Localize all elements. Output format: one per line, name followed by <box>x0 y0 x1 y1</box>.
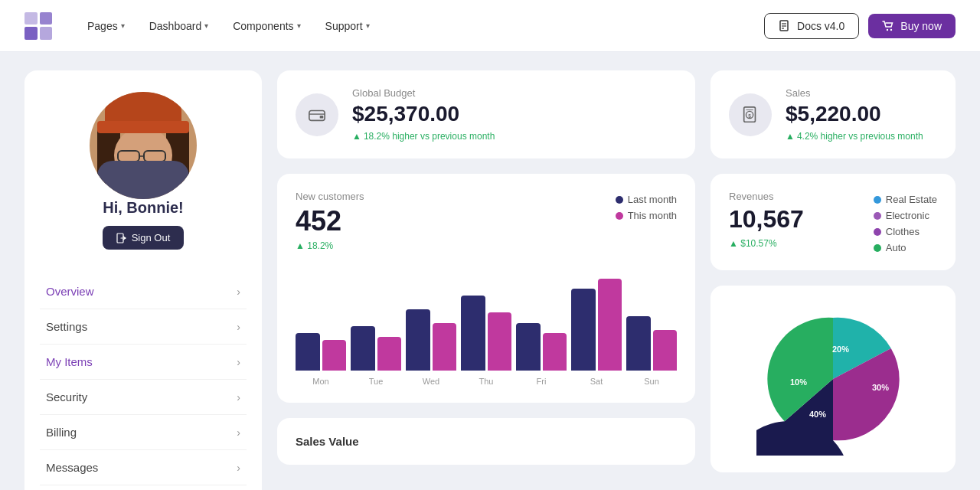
hat-brim <box>97 121 189 133</box>
sidebar-item-security[interactable]: Security › <box>40 380 247 415</box>
nav-components[interactable]: Components ▾ <box>222 14 311 38</box>
sidebar-item-settings[interactable]: Settings › <box>40 309 247 345</box>
bar-chart-container: MonTueWedThuFriSatSun <box>296 263 677 386</box>
right-column: $ Sales $5,220.00 ▲ 4.2% higher vs previ… <box>710 70 956 472</box>
sidebar-item-overview[interactable]: Overview › <box>40 274 247 309</box>
budget-icon-circle <box>296 93 338 136</box>
pie-chart-card: 20% 30% 40% 10% <box>710 286 956 472</box>
chevron-right-icon: › <box>237 321 240 333</box>
pie-label-auto: 10% <box>790 377 807 387</box>
chevron-down-icon: ▾ <box>366 21 370 30</box>
sales-card: $ Sales $5,220.00 ▲ 4.2% higher vs previ… <box>710 70 956 158</box>
nav-dashboard[interactable]: Dashboard ▾ <box>139 14 220 38</box>
legend-dot-blue <box>616 196 623 204</box>
chart-day-label: Sun <box>626 377 677 386</box>
bar-pink <box>322 340 347 371</box>
bar-blue <box>626 316 651 371</box>
budget-change: ▲ 18.2% higher vs previous month <box>352 131 677 142</box>
logo[interactable] <box>24 12 52 40</box>
chevron-down-icon: ▾ <box>121 21 125 30</box>
chevron-right-icon: › <box>237 286 240 298</box>
signout-button[interactable]: Sign Out <box>103 226 185 250</box>
pie-label-electronic: 30% <box>872 383 889 392</box>
bar-blue <box>516 323 541 371</box>
customers-header: New customers 452 ▲ 18.2% Last month Thi… <box>296 191 677 251</box>
bar-blue <box>406 309 430 371</box>
bar-pink <box>433 323 457 371</box>
chevron-down-icon: ▾ <box>204 21 208 30</box>
docs-button[interactable]: Docs v4.0 <box>764 13 859 39</box>
budget-label: Global Budget <box>352 87 677 99</box>
customers-title: New customers <box>296 191 364 202</box>
chevron-right-icon: › <box>237 356 240 368</box>
budget-value: $25,370.00 <box>352 102 677 126</box>
bar-blue <box>296 333 320 371</box>
bar-group <box>296 333 346 371</box>
invoice-icon: $ <box>741 106 760 124</box>
bar-group <box>406 309 456 371</box>
revenues-title: Revenues <box>729 191 858 202</box>
sidebar-item-billing[interactable]: Billing › <box>40 415 247 450</box>
svg-text:$: $ <box>748 113 751 119</box>
legend-real-estate: Real Estate <box>874 194 937 205</box>
sidebar-menu: Overview › Settings › My Items › Securit… <box>40 274 247 485</box>
chevron-right-icon: › <box>237 391 240 403</box>
bar-blue <box>461 296 485 371</box>
svg-rect-6 <box>118 151 139 162</box>
legend-dot-auto <box>874 244 881 252</box>
sales-label: Sales <box>786 87 937 99</box>
customers-legend: Last month This month <box>616 194 677 221</box>
svg-point-4 <box>887 28 888 30</box>
bar-chart <box>296 263 677 371</box>
pie-label-real-estate: 20% <box>832 345 849 354</box>
cart-icon <box>882 20 894 32</box>
chart-day-label: Sat <box>571 377 622 386</box>
bar-group <box>571 279 622 371</box>
chart-day-label: Wed <box>406 377 456 386</box>
budget-info: Global Budget $25,370.00 ▲ 18.2% higher … <box>352 87 677 142</box>
navbar: Pages ▾ Dashboard ▾ Components ▾ Support… <box>0 0 980 52</box>
pie-label-clothes: 40% <box>809 410 826 419</box>
bar-group <box>461 296 511 371</box>
center-column: Global Budget $25,370.00 ▲ 18.2% higher … <box>277 70 695 465</box>
sales-info: Sales $5,220.00 ▲ 4.2% higher vs previou… <box>786 87 937 142</box>
sidebar-item-messages[interactable]: Messages › <box>40 450 247 485</box>
navbar-actions: Docs v4.0 Buy now <box>764 13 956 39</box>
svg-rect-10 <box>309 110 325 120</box>
signout-icon <box>116 233 127 243</box>
docs-icon <box>779 20 791 32</box>
customers-left: New customers 452 ▲ 18.2% <box>296 191 364 251</box>
buy-button[interactable]: Buy now <box>868 14 956 38</box>
chart-day-label: Tue <box>351 377 401 386</box>
revenues-legend: Real Estate Electronic Clothes Auto <box>874 194 937 253</box>
pie-chart: 20% 30% 40% 10% <box>756 302 910 456</box>
svg-point-5 <box>890 28 892 30</box>
sales-value-title: Sales Value <box>296 435 677 448</box>
bar-pink <box>377 337 402 371</box>
up-arrow-icon: ▲ <box>729 238 738 249</box>
nav-pages[interactable]: Pages ▾ <box>77 14 136 38</box>
revenues-change: ▲ $10.57% <box>729 238 858 249</box>
profile-panel: Hi, Bonnie! Sign Out Overview › Settings… <box>24 70 262 490</box>
bar-group <box>516 323 567 371</box>
logo-icon <box>24 12 52 40</box>
customers-value: 452 <box>296 205 364 237</box>
sales-value: $5,220.00 <box>786 102 937 126</box>
dashboard-grid: Hi, Bonnie! Sign Out Overview › Settings… <box>0 52 980 490</box>
avatar <box>90 92 197 199</box>
bar-pink <box>653 330 678 371</box>
nav-support[interactable]: Support ▾ <box>315 14 381 38</box>
chart-labels: MonTueWedThuFriSatSun <box>296 377 677 386</box>
revenues-left: Revenues 10,567 ▲ $10.57% <box>729 191 858 253</box>
svg-rect-7 <box>144 151 165 162</box>
chevron-down-icon: ▾ <box>297 21 301 30</box>
legend-electronic: Electronic <box>874 210 937 221</box>
chart-day-label: Fri <box>516 377 567 386</box>
sidebar-item-my-items[interactable]: My Items › <box>40 345 247 380</box>
sales-change: ▲ 4.2% higher vs previous month <box>786 131 937 142</box>
new-customers-card: New customers 452 ▲ 18.2% Last month Thi… <box>277 174 695 403</box>
greeting: Hi, Bonnie! <box>103 199 184 217</box>
bar-blue <box>351 326 375 371</box>
revenues-card: Revenues 10,567 ▲ $10.57% Real Estate El… <box>710 174 956 270</box>
chart-day-label: Mon <box>296 377 346 386</box>
